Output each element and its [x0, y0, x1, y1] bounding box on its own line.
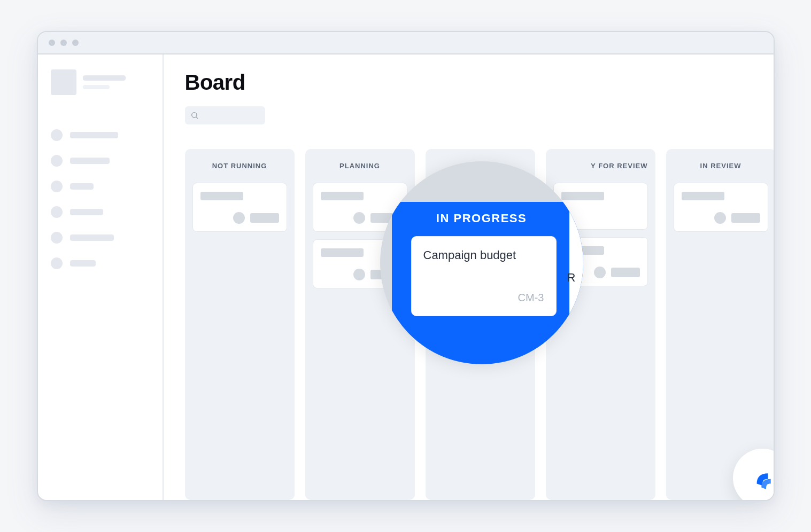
sidebar-item[interactable]	[51, 129, 150, 141]
sidebar-item-label	[70, 132, 118, 138]
avatar	[594, 267, 606, 278]
sidebar-item-label	[70, 158, 110, 164]
column-header: IN REVIEW	[674, 159, 768, 175]
card-issue-key: CM-3	[423, 292, 544, 304]
sidebar-item-icon	[51, 155, 63, 167]
svg-point-0	[191, 113, 196, 118]
placeholder-tag	[250, 213, 279, 223]
card-title: Campaign budget	[423, 248, 544, 262]
column-header: NOT RUNNING	[192, 159, 287, 175]
kanban-card[interactable]	[674, 183, 768, 232]
window-dot	[72, 40, 79, 46]
magnifier-overlay: IN PROGRESS Campaign budget CM-3 R	[380, 161, 583, 364]
page-title: Board	[185, 71, 752, 95]
sidebar-item-label	[70, 209, 103, 215]
sidebar-item-icon	[51, 257, 63, 269]
magnified-peek-text: R	[567, 271, 583, 287]
avatar	[233, 212, 245, 224]
column-header: PLANNING	[313, 159, 407, 175]
sidebar-item-icon	[51, 181, 63, 192]
sidebar-item-label	[70, 183, 94, 190]
column-planning[interactable]: PLANNING	[305, 149, 415, 500]
window-chrome	[38, 32, 774, 54]
placeholder-title	[321, 192, 364, 200]
sidebar-item-icon	[51, 232, 63, 244]
placeholder-title	[321, 248, 364, 257]
placeholder-title	[561, 192, 604, 200]
sidebar-item-icon	[51, 206, 63, 218]
brand-logo-icon	[747, 463, 775, 493]
placeholder-line	[83, 85, 110, 89]
project-avatar	[51, 69, 76, 95]
search-icon	[190, 111, 199, 120]
app-window: Board NOT RUNNING	[37, 31, 775, 501]
sidebar-item-label	[70, 234, 114, 241]
placeholder-tag	[611, 268, 640, 277]
avatar	[353, 269, 365, 280]
placeholder-tag	[731, 213, 760, 223]
magnified-card[interactable]: Campaign budget CM-3	[411, 236, 557, 316]
magnified-column-header: IN PROGRESS	[380, 212, 583, 225]
placeholder-line	[83, 75, 126, 81]
column-header: Y FOR REVIEW	[553, 159, 648, 175]
svg-line-1	[196, 117, 198, 119]
sidebar-item[interactable]	[51, 232, 150, 244]
window-dot	[49, 40, 55, 46]
column-not-running[interactable]: NOT RUNNING	[185, 149, 295, 500]
sidebar-item-label	[70, 260, 96, 267]
placeholder-title	[682, 192, 724, 200]
sidebar-item[interactable]	[51, 257, 150, 269]
column-in-review[interactable]: IN REVIEW	[666, 149, 775, 500]
window-dot	[60, 40, 67, 46]
kanban-card[interactable]	[192, 183, 287, 232]
sidebar-header	[51, 69, 150, 95]
avatar	[714, 212, 726, 224]
search-input[interactable]	[185, 106, 265, 124]
sidebar-item[interactable]	[51, 206, 150, 218]
sidebar-item-icon	[51, 129, 63, 141]
sidebar-item[interactable]	[51, 155, 150, 167]
placeholder-title	[200, 192, 243, 200]
avatar	[353, 212, 365, 224]
sidebar	[38, 54, 164, 500]
sidebar-item[interactable]	[51, 181, 150, 192]
